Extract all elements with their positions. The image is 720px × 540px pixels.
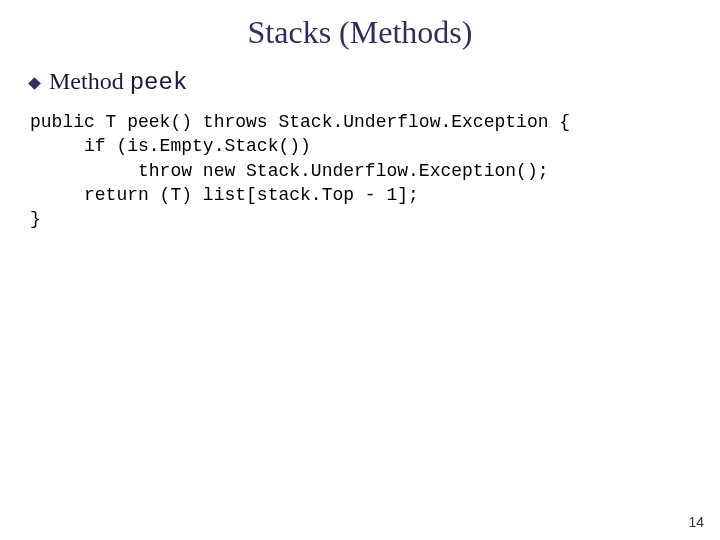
code-line-4: return (T) list[stack.Top - 1]; <box>30 185 419 205</box>
code-line-2: if (is.Empty.Stack()) <box>30 136 311 156</box>
slide-title: Stacks (Methods) <box>0 14 720 51</box>
bullet-label-mono: peek <box>130 69 188 96</box>
bullet-label-serif: Method <box>49 68 130 94</box>
page-number: 14 <box>688 514 704 530</box>
code-line-1: public T peek() throws Stack.Underflow.E… <box>30 112 570 132</box>
diamond-icon <box>28 77 41 90</box>
bullet-item: Method peek <box>30 68 187 96</box>
code-line-5: } <box>30 209 41 229</box>
slide: Stacks (Methods) Method peek public T pe… <box>0 0 720 540</box>
code-line-3: throw new Stack.Underflow.Exception(); <box>30 161 548 181</box>
bullet-text: Method peek <box>49 68 187 96</box>
code-block: public T peek() throws Stack.Underflow.E… <box>30 110 570 231</box>
